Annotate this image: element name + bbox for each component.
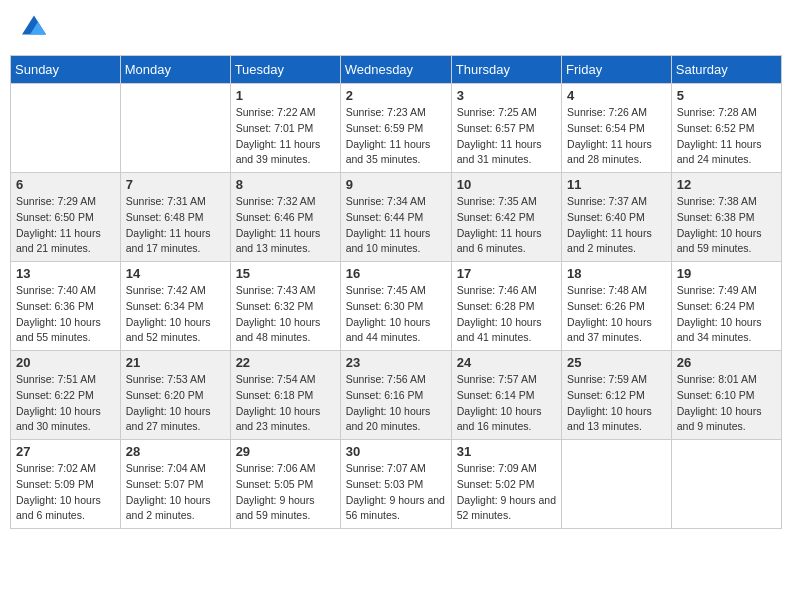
day-info: Sunrise: 7:43 AM Sunset: 6:32 PM Dayligh… <box>236 283 335 346</box>
day-info: Sunrise: 7:35 AM Sunset: 6:42 PM Dayligh… <box>457 194 556 257</box>
day-info: Sunrise: 7:59 AM Sunset: 6:12 PM Dayligh… <box>567 372 666 435</box>
calendar-cell: 17Sunrise: 7:46 AM Sunset: 6:28 PM Dayli… <box>451 262 561 351</box>
day-info: Sunrise: 7:22 AM Sunset: 7:01 PM Dayligh… <box>236 105 335 168</box>
calendar-cell: 14Sunrise: 7:42 AM Sunset: 6:34 PM Dayli… <box>120 262 230 351</box>
calendar-cell: 9Sunrise: 7:34 AM Sunset: 6:44 PM Daylig… <box>340 173 451 262</box>
week-row-4: 20Sunrise: 7:51 AM Sunset: 6:22 PM Dayli… <box>11 351 782 440</box>
calendar-cell: 18Sunrise: 7:48 AM Sunset: 6:26 PM Dayli… <box>562 262 672 351</box>
calendar-cell: 1Sunrise: 7:22 AM Sunset: 7:01 PM Daylig… <box>230 84 340 173</box>
day-info: Sunrise: 7:38 AM Sunset: 6:38 PM Dayligh… <box>677 194 776 257</box>
day-header-thursday: Thursday <box>451 56 561 84</box>
day-number: 23 <box>346 355 446 370</box>
day-info: Sunrise: 7:51 AM Sunset: 6:22 PM Dayligh… <box>16 372 115 435</box>
day-info: Sunrise: 7:25 AM Sunset: 6:57 PM Dayligh… <box>457 105 556 168</box>
day-number: 29 <box>236 444 335 459</box>
calendar-cell: 8Sunrise: 7:32 AM Sunset: 6:46 PM Daylig… <box>230 173 340 262</box>
day-info: Sunrise: 7:04 AM Sunset: 5:07 PM Dayligh… <box>126 461 225 524</box>
calendar-cell: 29Sunrise: 7:06 AM Sunset: 5:05 PM Dayli… <box>230 440 340 529</box>
week-row-2: 6Sunrise: 7:29 AM Sunset: 6:50 PM Daylig… <box>11 173 782 262</box>
day-info: Sunrise: 7:54 AM Sunset: 6:18 PM Dayligh… <box>236 372 335 435</box>
calendar-cell: 30Sunrise: 7:07 AM Sunset: 5:03 PM Dayli… <box>340 440 451 529</box>
calendar-cell <box>671 440 781 529</box>
calendar-cell: 7Sunrise: 7:31 AM Sunset: 6:48 PM Daylig… <box>120 173 230 262</box>
day-number: 30 <box>346 444 446 459</box>
day-info: Sunrise: 7:42 AM Sunset: 6:34 PM Dayligh… <box>126 283 225 346</box>
day-number: 26 <box>677 355 776 370</box>
day-header-wednesday: Wednesday <box>340 56 451 84</box>
day-header-saturday: Saturday <box>671 56 781 84</box>
week-row-5: 27Sunrise: 7:02 AM Sunset: 5:09 PM Dayli… <box>11 440 782 529</box>
day-number: 20 <box>16 355 115 370</box>
day-number: 1 <box>236 88 335 103</box>
day-number: 2 <box>346 88 446 103</box>
calendar-cell <box>120 84 230 173</box>
day-info: Sunrise: 7:46 AM Sunset: 6:28 PM Dayligh… <box>457 283 556 346</box>
day-number: 7 <box>126 177 225 192</box>
day-number: 31 <box>457 444 556 459</box>
day-number: 25 <box>567 355 666 370</box>
calendar-cell: 15Sunrise: 7:43 AM Sunset: 6:32 PM Dayli… <box>230 262 340 351</box>
calendar-cell: 10Sunrise: 7:35 AM Sunset: 6:42 PM Dayli… <box>451 173 561 262</box>
calendar-cell <box>11 84 121 173</box>
day-info: Sunrise: 7:06 AM Sunset: 5:05 PM Dayligh… <box>236 461 335 524</box>
day-number: 5 <box>677 88 776 103</box>
calendar-cell: 28Sunrise: 7:04 AM Sunset: 5:07 PM Dayli… <box>120 440 230 529</box>
header <box>10 10 782 45</box>
day-number: 27 <box>16 444 115 459</box>
day-number: 3 <box>457 88 556 103</box>
day-info: Sunrise: 7:09 AM Sunset: 5:02 PM Dayligh… <box>457 461 556 524</box>
day-number: 16 <box>346 266 446 281</box>
calendar-cell: 24Sunrise: 7:57 AM Sunset: 6:14 PM Dayli… <box>451 351 561 440</box>
calendar-cell: 19Sunrise: 7:49 AM Sunset: 6:24 PM Dayli… <box>671 262 781 351</box>
day-info: Sunrise: 7:57 AM Sunset: 6:14 PM Dayligh… <box>457 372 556 435</box>
week-row-1: 1Sunrise: 7:22 AM Sunset: 7:01 PM Daylig… <box>11 84 782 173</box>
calendar-cell: 21Sunrise: 7:53 AM Sunset: 6:20 PM Dayli… <box>120 351 230 440</box>
day-number: 8 <box>236 177 335 192</box>
day-header-monday: Monday <box>120 56 230 84</box>
calendar-cell: 25Sunrise: 7:59 AM Sunset: 6:12 PM Dayli… <box>562 351 672 440</box>
day-number: 28 <box>126 444 225 459</box>
day-info: Sunrise: 7:49 AM Sunset: 6:24 PM Dayligh… <box>677 283 776 346</box>
day-info: Sunrise: 7:53 AM Sunset: 6:20 PM Dayligh… <box>126 372 225 435</box>
calendar-cell: 4Sunrise: 7:26 AM Sunset: 6:54 PM Daylig… <box>562 84 672 173</box>
day-info: Sunrise: 7:56 AM Sunset: 6:16 PM Dayligh… <box>346 372 446 435</box>
day-number: 15 <box>236 266 335 281</box>
week-row-3: 13Sunrise: 7:40 AM Sunset: 6:36 PM Dayli… <box>11 262 782 351</box>
calendar-cell: 2Sunrise: 7:23 AM Sunset: 6:59 PM Daylig… <box>340 84 451 173</box>
days-header-row: SundayMondayTuesdayWednesdayThursdayFrid… <box>11 56 782 84</box>
day-info: Sunrise: 7:32 AM Sunset: 6:46 PM Dayligh… <box>236 194 335 257</box>
day-info: Sunrise: 7:28 AM Sunset: 6:52 PM Dayligh… <box>677 105 776 168</box>
calendar-cell: 23Sunrise: 7:56 AM Sunset: 6:16 PM Dayli… <box>340 351 451 440</box>
day-number: 10 <box>457 177 556 192</box>
day-info: Sunrise: 7:40 AM Sunset: 6:36 PM Dayligh… <box>16 283 115 346</box>
calendar-cell: 16Sunrise: 7:45 AM Sunset: 6:30 PM Dayli… <box>340 262 451 351</box>
calendar-cell: 3Sunrise: 7:25 AM Sunset: 6:57 PM Daylig… <box>451 84 561 173</box>
day-info: Sunrise: 7:34 AM Sunset: 6:44 PM Dayligh… <box>346 194 446 257</box>
calendar-cell: 20Sunrise: 7:51 AM Sunset: 6:22 PM Dayli… <box>11 351 121 440</box>
day-number: 6 <box>16 177 115 192</box>
day-info: Sunrise: 7:45 AM Sunset: 6:30 PM Dayligh… <box>346 283 446 346</box>
calendar-cell: 11Sunrise: 7:37 AM Sunset: 6:40 PM Dayli… <box>562 173 672 262</box>
day-info: Sunrise: 7:07 AM Sunset: 5:03 PM Dayligh… <box>346 461 446 524</box>
day-info: Sunrise: 7:23 AM Sunset: 6:59 PM Dayligh… <box>346 105 446 168</box>
day-number: 13 <box>16 266 115 281</box>
day-header-tuesday: Tuesday <box>230 56 340 84</box>
day-number: 24 <box>457 355 556 370</box>
day-info: Sunrise: 7:29 AM Sunset: 6:50 PM Dayligh… <box>16 194 115 257</box>
calendar-cell: 26Sunrise: 8:01 AM Sunset: 6:10 PM Dayli… <box>671 351 781 440</box>
logo-icon <box>22 15 46 35</box>
day-number: 11 <box>567 177 666 192</box>
day-info: Sunrise: 7:31 AM Sunset: 6:48 PM Dayligh… <box>126 194 225 257</box>
calendar-cell: 5Sunrise: 7:28 AM Sunset: 6:52 PM Daylig… <box>671 84 781 173</box>
logo <box>20 15 46 40</box>
day-header-sunday: Sunday <box>11 56 121 84</box>
calendar-cell: 31Sunrise: 7:09 AM Sunset: 5:02 PM Dayli… <box>451 440 561 529</box>
calendar-cell: 6Sunrise: 7:29 AM Sunset: 6:50 PM Daylig… <box>11 173 121 262</box>
day-number: 9 <box>346 177 446 192</box>
calendar-cell: 22Sunrise: 7:54 AM Sunset: 6:18 PM Dayli… <box>230 351 340 440</box>
day-number: 22 <box>236 355 335 370</box>
day-number: 4 <box>567 88 666 103</box>
calendar-cell: 13Sunrise: 7:40 AM Sunset: 6:36 PM Dayli… <box>11 262 121 351</box>
day-info: Sunrise: 7:26 AM Sunset: 6:54 PM Dayligh… <box>567 105 666 168</box>
day-number: 14 <box>126 266 225 281</box>
